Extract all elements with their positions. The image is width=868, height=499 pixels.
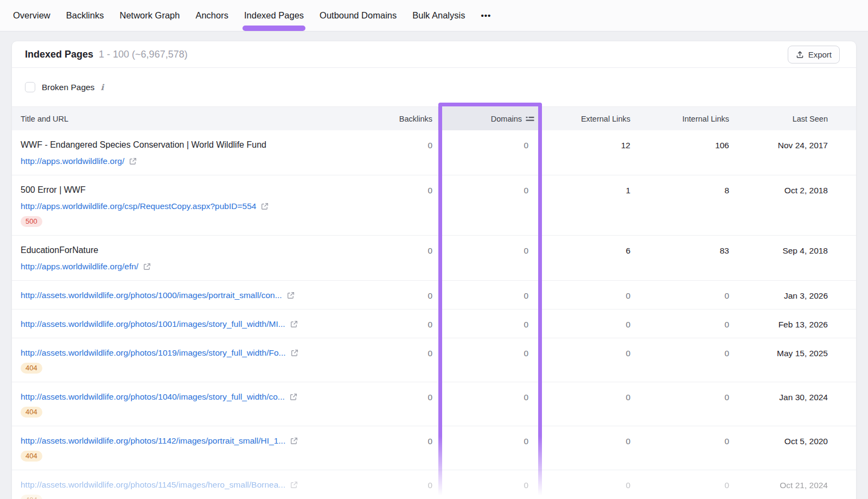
backlinks-value: 0 xyxy=(378,338,438,359)
last-seen-value: Feb 13, 2026 xyxy=(735,309,856,330)
report-tabs-bar: OverviewBacklinksNetwork GraphAnchorsInd… xyxy=(0,0,868,31)
page-url-line: http://assets.worldwildlife.org/photos/1… xyxy=(21,289,365,301)
domains-value: 0 xyxy=(438,175,541,196)
external-link-icon[interactable] xyxy=(290,481,298,489)
external-links-value: 0 xyxy=(541,470,636,491)
title-url-cell: 500 Error | WWFhttp://apps.worldwildlife… xyxy=(12,175,378,235)
tab-backlinks[interactable]: Backlinks xyxy=(66,0,104,31)
external-link-icon[interactable] xyxy=(129,157,137,165)
external-links-value: 0 xyxy=(541,309,636,330)
table-body: WWF - Endangered Species Conservation | … xyxy=(12,130,856,499)
title-url-cell: http://assets.worldwildlife.org/photos/1… xyxy=(12,426,378,470)
backlinks-value: 0 xyxy=(378,236,438,256)
internal-links-value: 0 xyxy=(636,426,735,447)
page-url-link[interactable]: http://assets.worldwildlife.org/photos/1… xyxy=(21,347,286,358)
internal-links-value: 0 xyxy=(636,309,735,330)
page-url-link[interactable]: http://assets.worldwildlife.org/photos/1… xyxy=(21,289,282,301)
page-url-line: http://assets.worldwildlife.org/photos/1… xyxy=(21,391,365,402)
page-url-link[interactable]: http://assets.worldwildlife.org/photos/1… xyxy=(21,479,285,490)
external-link-icon[interactable] xyxy=(287,292,295,299)
info-icon[interactable]: i xyxy=(100,83,104,92)
backlinks-value: 0 xyxy=(378,382,438,403)
status-code-badge: 404 xyxy=(21,407,42,418)
domains-value: 0 xyxy=(438,426,541,447)
column-header-backlinks[interactable]: Backlinks xyxy=(378,107,438,130)
column-header-last-seen[interactable]: Last Seen xyxy=(735,107,856,130)
external-links-value: 0 xyxy=(541,338,636,359)
external-link-icon[interactable] xyxy=(290,320,298,328)
domains-value: 0 xyxy=(438,470,541,491)
external-link-icon[interactable] xyxy=(290,437,298,445)
page-url-line: http://assets.worldwildlife.org/photos/1… xyxy=(21,347,365,358)
page-url-link[interactable]: http://apps.worldwildlife.org/csp/Reques… xyxy=(21,200,256,212)
page-title: Indexed Pages xyxy=(25,49,93,60)
status-code-badge: 500 xyxy=(21,216,42,227)
external-link-icon[interactable] xyxy=(291,349,298,357)
page-url-line: http://apps.worldwildlife.org/efn/ xyxy=(21,261,365,272)
table-header-row: Title and URL Backlinks Domains External… xyxy=(12,106,856,130)
external-links-value: 6 xyxy=(541,236,636,256)
backlinks-value: 0 xyxy=(378,426,438,447)
backlinks-value: 0 xyxy=(378,130,438,151)
table-row: http://assets.worldwildlife.org/photos/1… xyxy=(12,281,856,309)
more-tabs-button[interactable]: ••• xyxy=(481,0,491,31)
title-url-cell: EducationForNaturehttp://apps.worldwildl… xyxy=(12,236,378,280)
last-seen-value: Oct 5, 2020 xyxy=(735,426,856,447)
internal-links-value: 0 xyxy=(636,338,735,359)
last-seen-value: Nov 24, 2017 xyxy=(735,130,856,151)
status-code-badge: 404 xyxy=(21,363,42,374)
table-row: http://assets.worldwildlife.org/photos/1… xyxy=(12,426,856,470)
external-links-value: 1 xyxy=(541,175,636,196)
page-title-text: 500 Error | WWF xyxy=(21,184,365,195)
external-links-value: 0 xyxy=(541,281,636,301)
external-link-icon[interactable] xyxy=(290,393,297,401)
internal-links-value: 83 xyxy=(636,236,735,256)
tab-anchors[interactable]: Anchors xyxy=(195,0,228,31)
backlinks-value: 0 xyxy=(378,309,438,330)
external-link-icon[interactable] xyxy=(143,263,151,270)
tab-network-graph[interactable]: Network Graph xyxy=(119,0,180,31)
table-row: http://assets.worldwildlife.org/photos/1… xyxy=(12,382,856,426)
card-header: Indexed Pages 1 - 100 (~6,967,578) Expor… xyxy=(12,41,856,68)
column-header-title-url[interactable]: Title and URL xyxy=(12,107,378,130)
tab-bulk-analysis[interactable]: Bulk Analysis xyxy=(412,0,465,31)
internal-links-value: 106 xyxy=(636,130,735,151)
column-header-external-links[interactable]: External Links xyxy=(541,107,636,130)
table-row: http://assets.worldwildlife.org/photos/1… xyxy=(12,309,856,338)
internal-links-value: 8 xyxy=(636,175,735,196)
tab-indexed-pages[interactable]: Indexed Pages xyxy=(244,0,304,31)
page-url-link[interactable]: http://apps.worldwildlife.org/efn/ xyxy=(21,261,138,272)
export-button-label: Export xyxy=(808,50,832,59)
backlinks-value: 0 xyxy=(378,281,438,301)
external-link-icon[interactable] xyxy=(261,203,269,210)
backlinks-value: 0 xyxy=(378,470,438,491)
broken-pages-checkbox[interactable] xyxy=(25,82,35,92)
internal-links-value: 0 xyxy=(636,470,735,491)
table-row: EducationForNaturehttp://apps.worldwildl… xyxy=(12,236,856,281)
last-seen-value: Oct 2, 2018 xyxy=(735,175,856,196)
page-url-line: http://assets.worldwildlife.org/photos/1… xyxy=(21,318,365,330)
export-button[interactable]: Export xyxy=(788,46,840,64)
page-url-link[interactable]: http://assets.worldwildlife.org/photos/1… xyxy=(21,435,285,446)
page-url-link[interactable]: http://apps.worldwildlife.org/ xyxy=(21,155,124,167)
table-row: 500 Error | WWFhttp://apps.worldwildlife… xyxy=(12,175,856,236)
table-row: http://assets.worldwildlife.org/photos/1… xyxy=(12,338,856,382)
table-row: http://assets.worldwildlife.org/photos/1… xyxy=(12,470,856,499)
tab-outbound-domains[interactable]: Outbound Domains xyxy=(320,0,397,31)
column-header-internal-links[interactable]: Internal Links xyxy=(636,107,735,130)
last-seen-value: Jan 30, 2024 xyxy=(735,382,856,403)
page-url-line: http://assets.worldwildlife.org/photos/1… xyxy=(21,479,365,490)
column-header-domains-label: Domains xyxy=(491,115,522,123)
domains-value: 0 xyxy=(438,130,541,151)
tab-overview[interactable]: Overview xyxy=(13,0,50,31)
external-links-value: 0 xyxy=(541,382,636,403)
title-url-cell: http://assets.worldwildlife.org/photos/1… xyxy=(12,382,378,426)
status-code-badge: 404 xyxy=(21,451,42,462)
last-seen-value: Jan 3, 2026 xyxy=(735,281,856,301)
column-header-domains[interactable]: Domains xyxy=(438,107,541,130)
internal-links-value: 0 xyxy=(636,382,735,403)
page-url-link[interactable]: http://assets.worldwildlife.org/photos/1… xyxy=(21,318,285,330)
page-url-link[interactable]: http://assets.worldwildlife.org/photos/1… xyxy=(21,391,285,402)
title-url-cell: http://assets.worldwildlife.org/photos/1… xyxy=(12,470,378,499)
internal-links-value: 0 xyxy=(636,281,735,301)
